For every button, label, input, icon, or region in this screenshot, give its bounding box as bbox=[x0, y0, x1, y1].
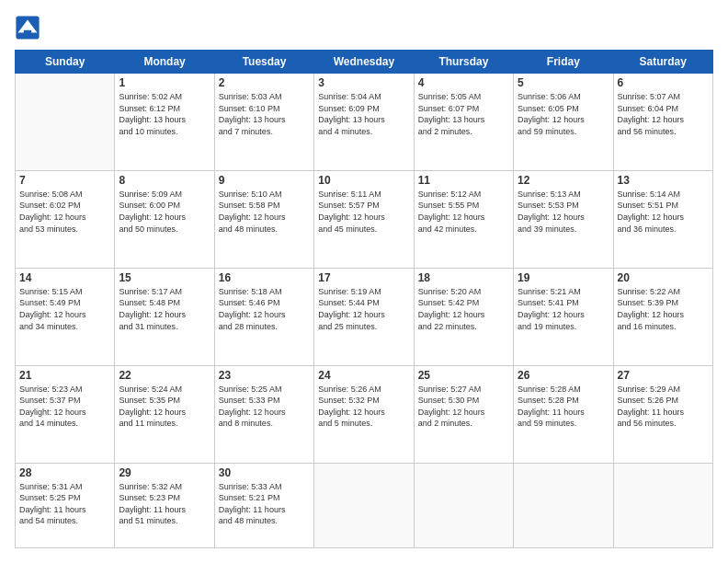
day-number: 23 bbox=[219, 369, 310, 382]
weekday-header-wednesday: Wednesday bbox=[314, 51, 414, 74]
calendar-page: SundayMondayTuesdayWednesdayThursdayFrid… bbox=[0, 0, 728, 563]
weekday-header-tuesday: Tuesday bbox=[214, 51, 313, 74]
weekday-header-sunday: Sunday bbox=[16, 51, 115, 74]
logo bbox=[15, 15, 44, 40]
calendar-cell: 14Sunrise: 5:15 AM Sunset: 5:49 PM Dayli… bbox=[16, 268, 115, 365]
calendar-cell: 11Sunrise: 5:12 AM Sunset: 5:55 PM Dayli… bbox=[414, 170, 513, 268]
day-info: Sunrise: 5:29 AM Sunset: 5:26 PM Dayligh… bbox=[618, 384, 709, 430]
calendar-cell: 19Sunrise: 5:21 AM Sunset: 5:41 PM Dayli… bbox=[514, 268, 613, 365]
day-info: Sunrise: 5:09 AM Sunset: 6:00 PM Dayligh… bbox=[119, 189, 210, 235]
calendar-cell: 16Sunrise: 5:18 AM Sunset: 5:46 PM Dayli… bbox=[214, 268, 313, 365]
day-number: 4 bbox=[418, 76, 509, 89]
calendar-cell: 21Sunrise: 5:23 AM Sunset: 5:37 PM Dayli… bbox=[16, 365, 115, 463]
day-info: Sunrise: 5:23 AM Sunset: 5:37 PM Dayligh… bbox=[19, 384, 110, 430]
week-row-3: 14Sunrise: 5:15 AM Sunset: 5:49 PM Dayli… bbox=[16, 268, 713, 365]
day-number: 25 bbox=[418, 369, 509, 382]
day-info: Sunrise: 5:06 AM Sunset: 6:05 PM Dayligh… bbox=[518, 91, 609, 137]
day-info: Sunrise: 5:32 AM Sunset: 5:23 PM Dayligh… bbox=[119, 481, 210, 527]
day-number: 5 bbox=[518, 76, 609, 89]
day-number: 3 bbox=[318, 76, 409, 89]
calendar-cell bbox=[514, 463, 613, 548]
day-info: Sunrise: 5:18 AM Sunset: 5:46 PM Dayligh… bbox=[219, 286, 310, 332]
weekday-header-friday: Friday bbox=[514, 51, 613, 74]
calendar-cell: 12Sunrise: 5:13 AM Sunset: 5:53 PM Dayli… bbox=[514, 170, 613, 268]
day-info: Sunrise: 5:11 AM Sunset: 5:57 PM Dayligh… bbox=[318, 189, 409, 235]
calendar-cell: 7Sunrise: 5:08 AM Sunset: 6:02 PM Daylig… bbox=[16, 170, 115, 268]
calendar-cell: 15Sunrise: 5:17 AM Sunset: 5:48 PM Dayli… bbox=[115, 268, 214, 365]
week-row-4: 21Sunrise: 5:23 AM Sunset: 5:37 PM Dayli… bbox=[16, 365, 713, 463]
day-info: Sunrise: 5:28 AM Sunset: 5:28 PM Dayligh… bbox=[518, 384, 609, 430]
day-number: 12 bbox=[518, 174, 609, 187]
day-number: 29 bbox=[119, 466, 210, 479]
week-row-1: 1Sunrise: 5:02 AM Sunset: 6:12 PM Daylig… bbox=[16, 74, 713, 171]
calendar-cell: 22Sunrise: 5:24 AM Sunset: 5:35 PM Dayli… bbox=[115, 365, 214, 463]
day-number: 30 bbox=[219, 466, 310, 479]
day-info: Sunrise: 5:24 AM Sunset: 5:35 PM Dayligh… bbox=[119, 384, 210, 430]
calendar-cell: 24Sunrise: 5:26 AM Sunset: 5:32 PM Dayli… bbox=[314, 365, 414, 463]
day-info: Sunrise: 5:03 AM Sunset: 6:10 PM Dayligh… bbox=[219, 91, 310, 137]
day-number: 19 bbox=[518, 271, 609, 284]
day-number: 8 bbox=[119, 174, 210, 187]
calendar-cell: 17Sunrise: 5:19 AM Sunset: 5:44 PM Dayli… bbox=[314, 268, 414, 365]
day-number: 16 bbox=[219, 271, 310, 284]
day-number: 9 bbox=[219, 174, 310, 187]
calendar-cell: 29Sunrise: 5:32 AM Sunset: 5:23 PM Dayli… bbox=[115, 463, 214, 548]
week-row-5: 28Sunrise: 5:31 AM Sunset: 5:25 PM Dayli… bbox=[16, 463, 713, 548]
day-info: Sunrise: 5:22 AM Sunset: 5:39 PM Dayligh… bbox=[618, 286, 709, 332]
logo-icon bbox=[15, 15, 40, 40]
calendar-cell: 8Sunrise: 5:09 AM Sunset: 6:00 PM Daylig… bbox=[115, 170, 214, 268]
day-info: Sunrise: 5:02 AM Sunset: 6:12 PM Dayligh… bbox=[119, 91, 210, 137]
day-info: Sunrise: 5:17 AM Sunset: 5:48 PM Dayligh… bbox=[119, 286, 210, 332]
day-info: Sunrise: 5:10 AM Sunset: 5:58 PM Dayligh… bbox=[219, 189, 310, 235]
day-number: 22 bbox=[119, 369, 210, 382]
calendar-cell: 1Sunrise: 5:02 AM Sunset: 6:12 PM Daylig… bbox=[115, 74, 214, 171]
calendar-cell bbox=[16, 74, 115, 171]
day-number: 13 bbox=[618, 174, 709, 187]
day-info: Sunrise: 5:26 AM Sunset: 5:32 PM Dayligh… bbox=[318, 384, 409, 430]
calendar-cell: 23Sunrise: 5:25 AM Sunset: 5:33 PM Dayli… bbox=[214, 365, 313, 463]
day-info: Sunrise: 5:08 AM Sunset: 6:02 PM Dayligh… bbox=[19, 189, 110, 235]
weekday-header-monday: Monday bbox=[115, 51, 214, 74]
calendar-cell: 27Sunrise: 5:29 AM Sunset: 5:26 PM Dayli… bbox=[613, 365, 712, 463]
day-number: 20 bbox=[618, 271, 709, 284]
calendar-cell bbox=[414, 463, 513, 548]
calendar-cell: 2Sunrise: 5:03 AM Sunset: 6:10 PM Daylig… bbox=[214, 74, 313, 171]
calendar-cell: 20Sunrise: 5:22 AM Sunset: 5:39 PM Dayli… bbox=[613, 268, 712, 365]
day-number: 17 bbox=[318, 271, 409, 284]
calendar-cell: 13Sunrise: 5:14 AM Sunset: 5:51 PM Dayli… bbox=[613, 170, 712, 268]
calendar-cell: 3Sunrise: 5:04 AM Sunset: 6:09 PM Daylig… bbox=[314, 74, 414, 171]
svg-rect-2 bbox=[24, 30, 31, 36]
calendar-cell: 9Sunrise: 5:10 AM Sunset: 5:58 PM Daylig… bbox=[214, 170, 313, 268]
day-info: Sunrise: 5:33 AM Sunset: 5:21 PM Dayligh… bbox=[219, 481, 310, 527]
day-info: Sunrise: 5:27 AM Sunset: 5:30 PM Dayligh… bbox=[418, 384, 509, 430]
calendar-cell: 4Sunrise: 5:05 AM Sunset: 6:07 PM Daylig… bbox=[414, 74, 513, 171]
calendar-table: SundayMondayTuesdayWednesdayThursdayFrid… bbox=[15, 50, 713, 548]
day-info: Sunrise: 5:21 AM Sunset: 5:41 PM Dayligh… bbox=[518, 286, 609, 332]
calendar-cell: 25Sunrise: 5:27 AM Sunset: 5:30 PM Dayli… bbox=[414, 365, 513, 463]
calendar-cell: 10Sunrise: 5:11 AM Sunset: 5:57 PM Dayli… bbox=[314, 170, 414, 268]
weekday-header-thursday: Thursday bbox=[414, 51, 513, 74]
day-info: Sunrise: 5:04 AM Sunset: 6:09 PM Dayligh… bbox=[318, 91, 409, 137]
day-info: Sunrise: 5:13 AM Sunset: 5:53 PM Dayligh… bbox=[518, 189, 609, 235]
day-info: Sunrise: 5:31 AM Sunset: 5:25 PM Dayligh… bbox=[19, 481, 110, 527]
day-number: 1 bbox=[119, 76, 210, 89]
day-info: Sunrise: 5:12 AM Sunset: 5:55 PM Dayligh… bbox=[418, 189, 509, 235]
calendar-cell: 5Sunrise: 5:06 AM Sunset: 6:05 PM Daylig… bbox=[514, 74, 613, 171]
calendar-cell: 28Sunrise: 5:31 AM Sunset: 5:25 PM Dayli… bbox=[16, 463, 115, 548]
day-number: 14 bbox=[19, 271, 110, 284]
day-number: 26 bbox=[518, 369, 609, 382]
day-number: 10 bbox=[318, 174, 409, 187]
header bbox=[15, 15, 713, 40]
day-number: 28 bbox=[19, 466, 110, 479]
day-info: Sunrise: 5:20 AM Sunset: 5:42 PM Dayligh… bbox=[418, 286, 509, 332]
day-number: 15 bbox=[119, 271, 210, 284]
day-info: Sunrise: 5:19 AM Sunset: 5:44 PM Dayligh… bbox=[318, 286, 409, 332]
calendar-cell bbox=[613, 463, 712, 548]
day-info: Sunrise: 5:14 AM Sunset: 5:51 PM Dayligh… bbox=[618, 189, 709, 235]
day-number: 2 bbox=[219, 76, 310, 89]
day-info: Sunrise: 5:25 AM Sunset: 5:33 PM Dayligh… bbox=[219, 384, 310, 430]
day-info: Sunrise: 5:15 AM Sunset: 5:49 PM Dayligh… bbox=[19, 286, 110, 332]
calendar-cell: 18Sunrise: 5:20 AM Sunset: 5:42 PM Dayli… bbox=[414, 268, 513, 365]
day-number: 24 bbox=[318, 369, 409, 382]
day-number: 21 bbox=[19, 369, 110, 382]
